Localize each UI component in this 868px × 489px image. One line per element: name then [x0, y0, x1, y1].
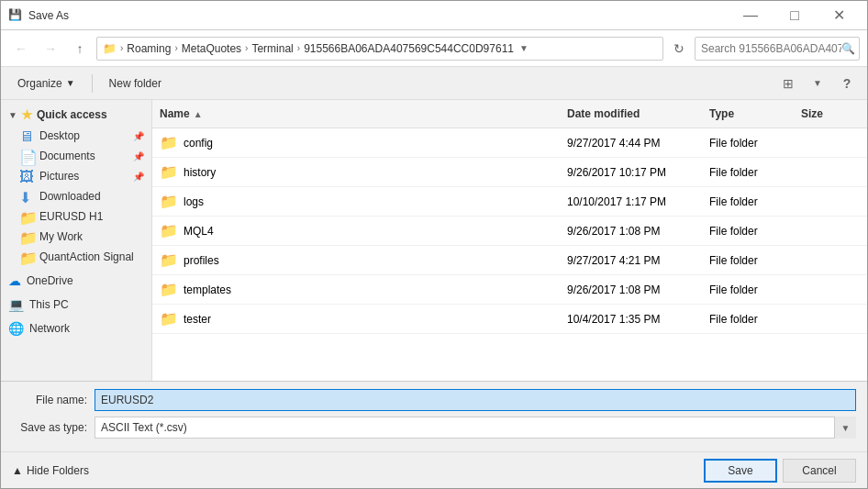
organize-button[interactable]: Organize ▼ [8, 71, 84, 96]
savetype-select[interactable]: ASCII Text (*.csv) [95, 417, 856, 439]
path-dropdown-button[interactable]: ▼ [517, 43, 530, 53]
filename-input[interactable] [95, 389, 856, 411]
file-folder-icon: 📁 [160, 310, 178, 328]
file-name: templates [184, 283, 231, 296]
save-as-dialog: 💾 Save As — □ ✕ ← → ↑ 📁 › Roaming › Meta… [0, 0, 868, 489]
back-button[interactable]: ← [8, 36, 34, 61]
path-terminal: Terminal [251, 42, 293, 55]
file-date-cell: 9/26/2017 10:17 PM [560, 162, 702, 183]
sidebar-section-quick-access: ▼ ★ Quick access 🖥 Desktop 📌 📄 Documents… [1, 104, 151, 267]
file-name: history [184, 166, 216, 179]
table-row[interactable]: 📁 logs 10/10/2017 1:17 PM File folder [152, 187, 867, 217]
file-name: config [184, 137, 213, 150]
bottom-bar: ▲ Hide Folders Save Cancel [1, 451, 867, 488]
bottom-area: File name: Save as type: ASCII Text (*.c… [1, 381, 867, 451]
hide-folders-button[interactable]: ▲ Hide Folders [12, 464, 89, 477]
file-name-cell: 📁 logs [152, 189, 560, 214]
file-name-cell: 📁 MQL4 [152, 218, 560, 243]
sidebar-item-desktop[interactable]: 🖥 Desktop 📌 [1, 126, 151, 146]
sidebar-item-quantaction[interactable]: 📁 QuantAction Signal [1, 247, 151, 267]
file-name-cell: 📁 config [152, 130, 560, 155]
table-row[interactable]: 📁 MQL4 9/26/2017 1:08 PM File folder [152, 217, 867, 246]
sidebar-item-thispc-label: This PC [29, 298, 69, 311]
sidebar-item-quantaction-label: QuantAction Signal [39, 250, 134, 263]
file-size-cell [794, 139, 867, 147]
column-type[interactable]: Type [702, 104, 794, 124]
sidebar-item-downloaded[interactable]: ⬇ Downloaded [1, 186, 151, 206]
file-type-cell: File folder [702, 162, 794, 183]
sidebar-item-onedrive[interactable]: ☁ OneDrive [1, 271, 151, 291]
table-row[interactable]: 📁 templates 9/26/2017 1:08 PM File folde… [152, 275, 867, 305]
window-title: Save As [28, 9, 729, 22]
sidebar-item-network[interactable]: 🌐 Network [1, 318, 151, 339]
toolbar: Organize ▼ New folder ⊞ ▼ ? [1, 67, 867, 100]
toolbar-separator [92, 74, 93, 93]
desktop-icon: 🖥 [19, 128, 34, 143]
path-metaquotes: MetaQuotes [182, 42, 241, 55]
file-folder-icon: 📁 [160, 163, 178, 181]
save-button[interactable]: Save [704, 459, 777, 483]
window-controls: — □ ✕ [729, 1, 860, 30]
up-button[interactable]: ↑ [67, 36, 93, 61]
sidebar-item-onedrive-label: OneDrive [27, 274, 73, 287]
file-date-cell: 10/4/2017 1:35 PM [560, 309, 702, 329]
sidebar-item-documents-label: Documents [39, 150, 95, 162]
refresh-button[interactable]: ↻ [667, 37, 691, 61]
filename-row: File name: [12, 389, 856, 411]
new-folder-button[interactable]: New folder [100, 71, 171, 96]
address-path[interactable]: 📁 › Roaming › MetaQuotes › Terminal › 91… [96, 37, 663, 61]
file-name-cell: 📁 tester [152, 306, 560, 331]
sidebar-item-mywork-label: My Work [39, 230, 83, 243]
help-button[interactable]: ? [834, 71, 860, 96]
savetype-wrapper: ASCII Text (*.csv) ▼ [95, 417, 856, 439]
quick-access-chevron: ▼ [8, 110, 17, 120]
sidebar-item-pictures-label: Pictures [39, 170, 79, 183]
table-row[interactable]: 📁 tester 10/4/2017 1:35 PM File folder [152, 305, 867, 334]
column-size[interactable]: Size [794, 104, 867, 124]
file-size-cell [794, 169, 867, 176]
table-row[interactable]: 📁 history 9/26/2017 10:17 PM File folder [152, 158, 867, 187]
cancel-button[interactable]: Cancel [783, 459, 856, 483]
view-dropdown-button[interactable]: ▼ [805, 71, 830, 96]
column-name[interactable]: Name ▲ [152, 104, 560, 124]
sidebar-section-onedrive: ☁ OneDrive [1, 271, 151, 291]
downloaded-icon: ⬇ [19, 189, 34, 204]
file-type-cell: File folder [702, 192, 794, 212]
view-options-button[interactable]: ⊞ [775, 71, 801, 96]
file-size-cell [794, 316, 867, 323]
sidebar-item-thispc[interactable]: 💻 This PC [1, 295, 151, 315]
documents-icon: 📄 [19, 149, 34, 163]
pictures-icon: 🖼 [19, 169, 34, 183]
sidebar-item-eurusdh1[interactable]: 📁 EURUSD H1 [1, 206, 151, 227]
file-date-cell: 9/27/2017 4:44 PM [560, 133, 702, 153]
forward-button[interactable]: → [38, 36, 63, 61]
title-bar: 💾 Save As — □ ✕ [1, 1, 867, 30]
file-date-cell: 10/10/2017 1:17 PM [560, 192, 702, 212]
sidebar-item-pictures[interactable]: 🖼 Pictures 📌 [1, 166, 151, 186]
file-name: tester [184, 313, 211, 326]
file-name-cell: 📁 history [152, 160, 560, 184]
savetype-label: Save as type: [12, 421, 95, 434]
pin-icon-pictures: 📌 [133, 172, 144, 182]
maximize-button[interactable]: □ [773, 1, 816, 30]
column-date[interactable]: Date modified [560, 104, 702, 124]
sidebar-item-documents[interactable]: 📄 Documents 📌 [1, 146, 151, 166]
file-folder-icon: 📁 [160, 193, 178, 210]
eurusdh1-icon: 📁 [19, 209, 34, 224]
file-date-cell: 9/26/2017 1:08 PM [560, 280, 702, 300]
table-row[interactable]: 📁 profiles 9/27/2017 4:21 PM File folder [152, 246, 867, 275]
close-button[interactable]: ✕ [818, 1, 860, 30]
sidebar-item-mywork[interactable]: 📁 My Work [1, 227, 151, 247]
search-input[interactable] [701, 42, 841, 55]
quick-access-header[interactable]: ▼ ★ Quick access [1, 104, 151, 126]
file-type-cell: File folder [702, 280, 794, 300]
pin-icon-desktop: 📌 [133, 131, 144, 141]
table-row[interactable]: 📁 config 9/27/2017 4:44 PM File folder [152, 128, 867, 158]
sidebar-item-downloaded-label: Downloaded [39, 190, 101, 203]
file-folder-icon: 📁 [160, 251, 178, 269]
organize-dropdown-icon: ▼ [66, 78, 75, 88]
network-icon: 🌐 [8, 321, 24, 336]
file-rows-container: 📁 config 9/27/2017 4:44 PM File folder 📁… [152, 128, 867, 334]
minimize-button[interactable]: — [729, 1, 772, 30]
onedrive-icon: ☁ [8, 273, 21, 288]
